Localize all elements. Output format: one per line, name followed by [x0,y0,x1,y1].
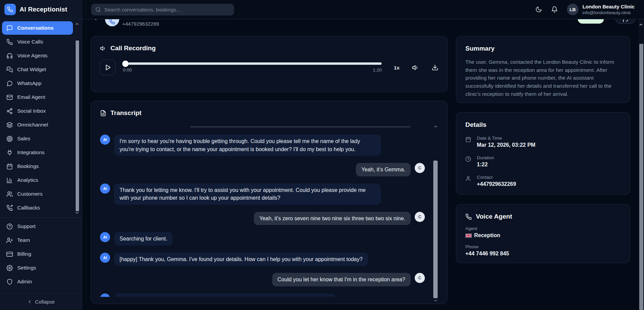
account-menu[interactable]: LB London Beauty Clinic info@londonbeaut… [567,4,635,15]
download-icon[interactable] [432,64,438,71]
transcript-message: AI I'm sorry to hear you're having troub… [100,135,425,156]
status-pill-button[interactable] [578,19,604,24]
sidebar-item-customers[interactable]: Customers [2,187,73,201]
sidebar-item-integrations[interactable]: Integrations [2,146,73,159]
total-time: 1:20 [373,67,382,73]
collapse-sidebar-button[interactable]: Collapse [0,293,82,310]
account-email: info@londonbeauty.clinic [583,10,635,15]
headphones-icon [6,53,13,59]
transcript-scrollbar-thumb[interactable] [433,161,438,298]
sidebar-item-label: Integrations [17,149,45,156]
chevron-left-icon [27,299,32,304]
sidebar-item-support[interactable]: Support [2,220,73,233]
clock-icon [465,156,471,162]
sidebar-item-omnichannel[interactable]: Omnichannel [2,118,73,132]
bar-chart-icon [6,177,13,184]
chat-widget-icon [6,66,13,73]
page-scrollbar-thumb[interactable] [639,44,643,310]
sidebar-item-label: Team [17,237,30,243]
user-icon [465,176,471,181]
actions-button[interactable] [616,19,635,24]
sidebar-item-voice-agents[interactable]: Voice Agents [2,49,73,62]
sidebar-item-voice-calls[interactable]: Voice Calls [2,35,73,49]
sidebar-item-whatsapp[interactable]: WhatsApp [2,77,73,90]
summary-text: The user, Gemma, contacted the London Be… [465,58,621,98]
transcript-scroll-down-icon[interactable] [433,298,438,303]
share-icon [6,108,13,114]
calendar-icon [465,137,471,142]
detail-value: +447929632269 [477,181,516,187]
sidebar-item-label: Sales [17,136,30,142]
sidebar-item-label: Admin [17,279,32,285]
card-title: Voice Agent [476,213,512,220]
sidebar-divider [0,217,82,218]
transcript-message: Yeah, it's Gemma. C [100,163,425,176]
detail-value: Mar 12, 2026, 03:22 PM [477,142,535,148]
voice-agent-card: Voice Agent Agent Reception Phone +44 74… [456,204,630,263]
sidebar-scrollbar-thumb[interactable] [76,40,79,211]
dark-mode-moon-icon[interactable] [535,6,542,13]
sidebar-item-social-inbox[interactable]: Social Inbox [2,104,73,118]
sidebar-item-billing[interactable]: Billing [2,247,73,261]
seek-track[interactable] [123,62,382,65]
sidebar-item-bookings[interactable]: Bookings [2,160,73,173]
playback-speed-button[interactable]: 1x [394,65,400,71]
layers-icon [6,122,13,128]
shield-icon [6,279,13,285]
speaker-icon [100,45,106,52]
ai-avatar: AI [100,253,110,263]
page-scrollbar[interactable] [638,19,644,310]
account-name: London Beauty Clinic [583,4,635,10]
sidebar-item-callbacks[interactable]: Callbacks [2,201,73,215]
plug-icon [6,149,13,156]
notifications-bell-icon[interactable] [551,6,558,13]
sidebar-item-label: Voice Calls [17,39,43,45]
transcript-message: AI Please hold, while I transfer you to … [100,293,425,297]
sidebar-item-team[interactable]: Team [2,233,73,247]
collapse-label: Collapse [35,299,55,305]
sidebar-item-label: Social Inbox [17,108,46,114]
summary-card: Summary The user, Gemma, contacted the L… [456,36,630,103]
sidebar-item-email-agent[interactable]: Email Agent [2,90,73,104]
sidebar-item-label: Support [17,223,35,229]
transcript-messages[interactable]: AI I'm sorry to hear you're having troub… [100,123,425,297]
audio-player: 0:00 1:20 1x [100,60,438,75]
contact-avatar [105,19,119,26]
detail-row-datetime: Date & Time Mar 12, 2026, 03:22 PM [465,136,621,148]
phone-icon [6,39,13,45]
sidebar-item-admin[interactable]: Admin [2,275,73,288]
global-search[interactable] [91,4,234,16]
transcript-scroll-up-icon[interactable] [433,124,438,129]
card-title: Summary [465,45,495,52]
sidebar-item-settings[interactable]: Settings [2,261,73,275]
chat-bubble-icon [6,25,13,31]
gear-icon [6,265,13,271]
sidebar-item-conversations[interactable]: Conversations [2,21,73,35]
sidebar-scroll-up-icon[interactable] [75,22,79,26]
agent-phone-label: Phone [465,244,621,249]
back-chevron-icon[interactable] [92,19,98,21]
customer-avatar: C [415,212,425,222]
search-input[interactable] [104,7,230,12]
seek-handle[interactable] [122,60,129,67]
sidebar-item-analytics[interactable]: Analytics [2,173,73,187]
play-button[interactable] [100,60,115,75]
message-bubble: Yeah, it's Gemma. [356,163,411,176]
app-logo-phone-icon [4,4,16,15]
details-card: Details Date & Time Mar 12, 2026, 03:22 … [456,112,630,195]
ai-avatar: AI [100,184,110,194]
detail-label: Duration [477,155,494,160]
target-icon [6,136,13,142]
page-scroll-up-icon[interactable] [639,22,643,27]
sidebar-item-chat-widget[interactable]: Chat Widget [2,63,73,76]
call-recording-card: Call Recording 0:00 1:20 1x [91,36,447,92]
sidebar-scroll-down-icon[interactable] [75,210,79,215]
sidebar-item-sales[interactable]: Sales [2,132,73,145]
sidebar-item-label: Bookings [17,163,39,169]
player-controls: 1x [389,64,438,71]
sidebar: AI Receptionist Conversations Voice Call… [0,0,82,310]
message-bubble: Yeah, it's zero seven nine two nine six … [254,212,411,225]
transcript-message: AI Thank you for letting me know. I'll t… [100,184,425,205]
message-bubble: Thank you for letting me know. I'll try … [114,184,381,205]
volume-icon[interactable] [412,64,419,71]
